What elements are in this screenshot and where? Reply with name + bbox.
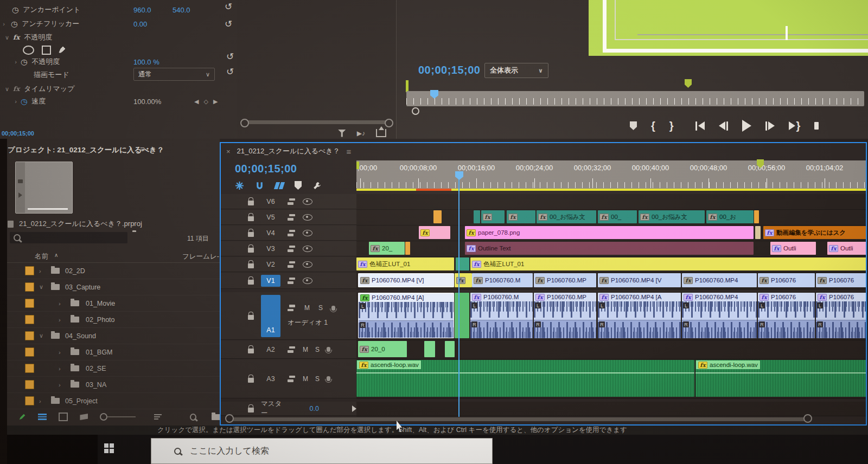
framerate-column-header[interactable]: フレームレ- xyxy=(182,252,219,261)
add-keyframe-icon[interactable]: ◇ xyxy=(203,98,208,105)
twirl-icon[interactable]: › xyxy=(59,365,61,372)
export-frame-button[interactable] xyxy=(814,122,819,130)
step-forward-button[interactable] xyxy=(765,121,775,131)
project-file-row[interactable]: 21_0212_スクールに入るべき？.prproj xyxy=(8,219,142,229)
timeline-horizontal-scrollbar[interactable] xyxy=(228,417,807,421)
color-label-chip[interactable] xyxy=(25,266,34,275)
project-tree-item-03_Capture[interactable]: ∨03_Capture xyxy=(0,279,220,295)
project-tree-item-01_BGM[interactable]: ›01_BGM xyxy=(0,344,220,360)
track-lane-V5[interactable]: fxfxfx00_お悩み文fx00_fx00_お悩み文fx00_お xyxy=(356,210,866,225)
export-frame-icon[interactable] xyxy=(376,129,386,137)
mute-button[interactable]: M xyxy=(304,304,310,312)
track-lock-icon[interactable] xyxy=(248,216,254,221)
program-timecode[interactable]: 00;00;15;00 xyxy=(418,64,480,76)
volume-rubber-band[interactable] xyxy=(695,372,867,373)
volume-rubber-band[interactable] xyxy=(356,372,694,373)
track-lock-icon[interactable] xyxy=(248,349,254,353)
track-header-V5[interactable]: V5 xyxy=(221,210,356,225)
panel-menu-icon[interactable]: ≡ xyxy=(140,144,145,153)
project-tree-item-02_2D[interactable]: ›02_2D xyxy=(0,263,220,279)
timeline-clip[interactable]: fxP1060760.M xyxy=(472,273,533,287)
timeline-clip[interactable]: fxP1060760.MP4 [V] xyxy=(358,273,454,287)
track-patch-icon[interactable] xyxy=(288,214,296,221)
stopwatch-icon[interactable]: ◷ xyxy=(21,58,27,66)
twirl-down-icon[interactable]: ∨ xyxy=(39,283,43,291)
timeline-clip[interactable]: fxP1060760.MLR xyxy=(470,293,533,338)
track-header-V2[interactable]: V2 xyxy=(221,257,356,272)
timeline-clip[interactable]: fxP1060760.MP xyxy=(534,273,596,287)
source-track-indicator[interactable]: V3 xyxy=(261,243,280,255)
twirl-icon[interactable]: › xyxy=(12,98,20,105)
timeline-clip[interactable]: fxP1060760.MP4 [A]LR xyxy=(358,293,454,338)
project-search-input[interactable] xyxy=(10,232,127,243)
track-lane-master[interactable] xyxy=(356,402,866,416)
play-button[interactable] xyxy=(742,120,751,132)
source-track-indicator[interactable]: V2 xyxy=(261,259,280,270)
track-header-V6[interactable]: V6 xyxy=(221,194,356,209)
track-lane-A3[interactable]: fxascendi-loop.wavfxascendi-loop.wav xyxy=(356,359,866,399)
track-header-A2[interactable]: A2MS xyxy=(221,340,356,359)
source-track-indicator[interactable]: V1 xyxy=(261,275,280,287)
track-header-A3[interactable]: A3MS xyxy=(221,359,356,398)
timeline-clip[interactable] xyxy=(424,341,435,357)
list-view-icon[interactable] xyxy=(38,414,47,420)
source-track-indicator[interactable]: A3 xyxy=(261,373,280,385)
solo-button[interactable]: S xyxy=(318,304,323,312)
track-lock-icon[interactable] xyxy=(248,201,254,205)
play-audio-icon[interactable]: ▶♪ xyxy=(357,130,365,137)
twirl-icon[interactable]: › xyxy=(12,59,20,65)
track-header-V3[interactable]: V3 xyxy=(221,241,356,256)
timeline-clip[interactable]: fxOutli xyxy=(827,242,867,255)
track-patch-icon[interactable] xyxy=(288,246,296,252)
scrollbar-knob[interactable] xyxy=(240,119,249,127)
track-patch-icon[interactable] xyxy=(288,346,296,353)
antiflicker-value[interactable]: 0.00 xyxy=(133,20,147,28)
project-tree-item-02_SE[interactable]: ›02_SE xyxy=(0,360,220,377)
timeline-clip[interactable] xyxy=(755,226,761,239)
ellipse-mask-icon[interactable] xyxy=(23,46,34,55)
next-keyframe-icon[interactable]: ▶ xyxy=(213,98,218,105)
color-label-chip[interactable] xyxy=(25,364,34,373)
taskbar-search-input[interactable]: ここに入力して検索 xyxy=(151,438,493,464)
mute-button[interactable]: M xyxy=(303,346,308,353)
track-patch-icon[interactable] xyxy=(288,376,296,382)
twirl-icon[interactable]: › xyxy=(39,268,41,274)
stopwatch-icon[interactable]: ◷ xyxy=(11,20,17,28)
track-patch-icon[interactable] xyxy=(288,230,296,236)
project-tree-item-03_NA[interactable]: ›03_NA xyxy=(0,377,220,393)
timeline-clip[interactable]: fx20_0 xyxy=(358,341,407,357)
project-tree-item-05_Project[interactable]: ›05_Project xyxy=(0,393,220,409)
timeline-playhead-line[interactable] xyxy=(458,176,459,417)
zoom-slider[interactable] xyxy=(100,413,136,421)
opacity-value[interactable]: 100.0 % xyxy=(133,58,159,66)
master-volume-value[interactable]: 0.0 xyxy=(310,405,319,413)
sort-icons[interactable] xyxy=(154,414,162,420)
timeline-clip[interactable] xyxy=(474,210,480,223)
timeline-clip[interactable]: fx色補正LUT_01 xyxy=(470,257,867,270)
timeline-clip[interactable]: fx動画編集を学ぶにはスク xyxy=(763,226,867,239)
voiceover-record-icon[interactable] xyxy=(327,347,330,352)
step-back-button[interactable] xyxy=(719,121,728,131)
stopwatch-icon[interactable]: ◷ xyxy=(21,98,27,105)
color-label-chip[interactable] xyxy=(25,315,34,324)
filter-icon[interactable] xyxy=(338,130,346,137)
timeline-clip[interactable]: fxOutli xyxy=(770,242,816,255)
color-label-chip[interactable] xyxy=(25,282,34,292)
timeline-clip[interactable]: fx xyxy=(507,210,535,223)
project-tree-item-02_Photo[interactable]: ›02_Photo xyxy=(0,312,220,328)
timeline-clip[interactable]: fxOutline Text xyxy=(465,242,754,255)
twirl-icon[interactable]: › xyxy=(39,398,41,404)
track-lock-icon[interactable] xyxy=(248,248,254,253)
solo-button[interactable]: S xyxy=(315,375,320,383)
timeline-clip[interactable]: fxascendi-loop.wav xyxy=(695,360,867,397)
track-header-master[interactable]: マスター0.0 xyxy=(221,402,356,416)
scrollbar-knob[interactable] xyxy=(225,414,234,423)
project-tree-item-04_Sound[interactable]: ∨04_Sound xyxy=(0,328,220,344)
color-label-chip[interactable] xyxy=(25,299,34,308)
timeline-clip[interactable]: fxpaper_078.png xyxy=(465,226,754,239)
timeline-clip[interactable]: fxP1060760.MP4LR xyxy=(682,293,757,338)
timeline-clip[interactable]: fx00_お悩み文 xyxy=(537,210,596,223)
blend-mode-dropdown[interactable]: 通常 ∨ xyxy=(133,68,215,81)
voiceover-record-icon[interactable] xyxy=(331,306,335,311)
mark-in-button[interactable]: { xyxy=(651,120,655,132)
